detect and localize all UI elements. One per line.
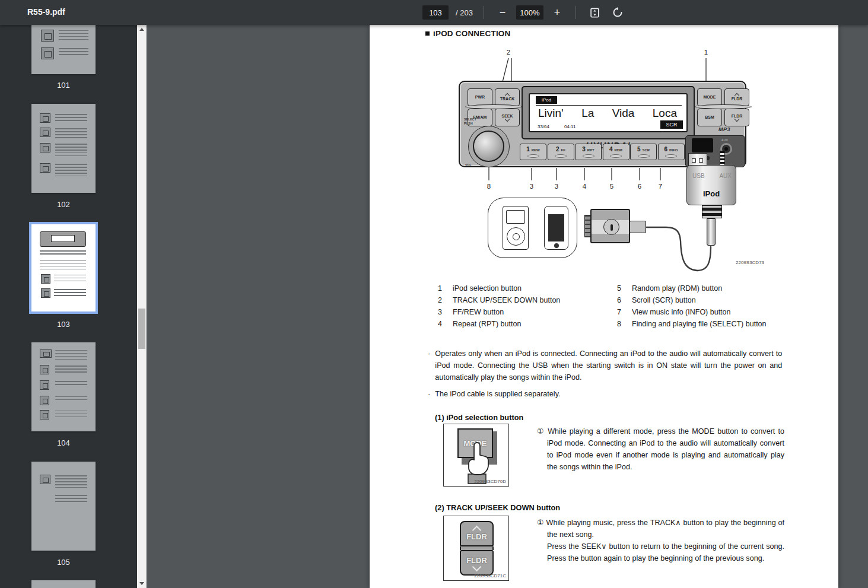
page-number-input[interactable]: [422, 5, 449, 20]
lcd-time: 04:11: [564, 124, 576, 129]
lcd-word: Livin': [538, 107, 564, 120]
mp3-logo: MP3: [718, 126, 730, 132]
figure-code: 2209S3CD70D: [474, 479, 506, 484]
thumbnail-preview: [40, 113, 50, 123]
pwr-button: PWR: [468, 88, 492, 106]
sidebar-scrollbar-thumb[interactable]: [138, 309, 145, 349]
thumbnail-preview: [41, 274, 50, 284]
legend-number: 2: [438, 296, 442, 304]
section-1-body-text: While playing a different mode, press th…: [547, 427, 784, 471]
thumbnail-preview: [54, 289, 86, 297]
thumbnail-page-105[interactable]: [31, 462, 96, 551]
thumbnail-page-101[interactable]: [31, 25, 96, 74]
callout-3: 3: [530, 183, 533, 190]
heading-square-bullet: [425, 31, 430, 36]
note-item: · The iPod cable is supplied separately.: [428, 388, 784, 400]
thumbnail-preview: [40, 260, 86, 269]
button-indent: [555, 154, 567, 158]
rew-button: 1REW: [520, 144, 546, 160]
document-title: R55-9.pdf: [27, 7, 65, 17]
ipod-screen: [506, 210, 525, 224]
knob-vol-label: VOL: [465, 163, 472, 167]
iphone-screen: [548, 214, 564, 241]
fldr-up-button: FLDR: [724, 88, 749, 106]
thumbnail-page-106[interactable]: [31, 580, 96, 588]
zoom-out-button[interactable]: −: [495, 5, 510, 20]
lcd-track-title: Livin' La Vida Loca: [538, 107, 677, 120]
page-total-label: / 203: [456, 8, 473, 17]
button-indent: [583, 154, 594, 158]
figure-code: 2209S3CD71C: [474, 573, 506, 579]
knob-push-label: PUSH: [464, 122, 473, 125]
callout-4: 4: [583, 183, 586, 190]
thumbnail-preview: [41, 30, 54, 42]
seek-down-button: SEEK: [495, 109, 520, 126]
thumbnail-preview: [40, 410, 49, 419]
sidebar-scrollbar[interactable]: [137, 25, 147, 588]
thumbnail-preview: [55, 475, 87, 488]
mode-button-figure: MODE 2209S3CD70D: [443, 424, 509, 487]
button-divider-pill: [465, 104, 522, 109]
zoom-level-display: 100%: [516, 5, 543, 20]
thumbnail-preview: [55, 164, 87, 177]
section-2-body-text: Press the SEEK∨ button to return to the …: [547, 542, 784, 562]
display-bezel: IPod Livin' La Vida Loca 33/64 04:11 SCR: [522, 86, 695, 139]
callout-7: 7: [659, 183, 662, 190]
legend-number: 4: [438, 320, 442, 328]
zoom-in-button[interactable]: +: [549, 5, 565, 20]
mode-button: MODE: [697, 88, 722, 106]
thumbnail-preview: [40, 365, 49, 374]
section-2-body-line-2: Press the SEEK∨ button to return to the …: [537, 541, 784, 564]
thumbnail-preview: [41, 47, 54, 59]
section-2-heading: (2) TRACK UP/SEEK DOWN button: [435, 503, 560, 512]
note-item: · Operates only when an iPod is connecte…: [428, 348, 784, 383]
thumbnail-page-103-selected[interactable]: [31, 224, 96, 312]
dock-connector-lock: [603, 219, 619, 235]
thumbnail-preview: [55, 128, 87, 139]
thumbnail-preview: [55, 350, 87, 362]
legend-number: 1: [438, 284, 442, 293]
legend-text: iPod selection button: [453, 284, 522, 293]
mode-button-face: MODE: [457, 428, 493, 458]
rpt-button: 3RPT: [575, 144, 602, 160]
ipod-classic-illustration: [503, 206, 529, 250]
thumbnail-preview: [40, 143, 50, 152]
pdf-page: iPOD CONNECTION 2 1 PWR TRACK FM/AM SEEK: [370, 25, 838, 588]
button-divider-pill: [695, 104, 752, 109]
thumbnail-preview: [40, 231, 86, 247]
callout-2: 2: [507, 49, 510, 56]
usb-plug-hole: [692, 158, 696, 163]
adapter-neck: [702, 205, 722, 218]
thumbnail-label-103: 103: [31, 320, 96, 329]
thumbnail-page-104[interactable]: [31, 342, 96, 431]
circled-number-icon: ①: [537, 519, 544, 527]
thumbnail-preview: [55, 396, 87, 402]
scroll-down-arrow[interactable]: [137, 579, 147, 588]
thumbnail-preview: [55, 381, 87, 387]
fldr-down-figure-button: FLDR: [460, 550, 494, 576]
adapter-usb-label: USB: [692, 173, 705, 179]
thumbnail-preview: [40, 163, 50, 173]
legend-text: Repeat (RPT) button: [453, 320, 521, 328]
thumbnail-preview: [59, 48, 88, 56]
thumbnail-page-102[interactable]: [31, 104, 96, 193]
adapter-aux-label: AUX: [719, 173, 732, 179]
legend-text: Random play (RDM) button: [632, 284, 722, 293]
aux-port-label: AUX: [721, 138, 728, 142]
button-indent: [610, 154, 622, 158]
circled-number-icon: ①: [537, 427, 545, 436]
fit-to-page-button[interactable]: [587, 4, 603, 21]
rotate-button[interactable]: [609, 4, 626, 21]
scroll-up-arrow[interactable]: [137, 25, 147, 34]
legend-number: 5: [617, 284, 621, 293]
dock-connector: [590, 209, 630, 243]
thumbnail-preview: [40, 475, 50, 484]
button-indent: [665, 154, 677, 158]
legend-text: View music info (INFO) button: [632, 308, 731, 316]
usb-plug-hole: [699, 158, 703, 163]
legend-number: 3: [438, 308, 442, 316]
thumbnail-preview: [59, 30, 88, 41]
legend-text: FF/REW button: [453, 308, 504, 316]
callout-6: 6: [638, 183, 641, 190]
thumbnail-label-104: 104: [31, 438, 96, 447]
